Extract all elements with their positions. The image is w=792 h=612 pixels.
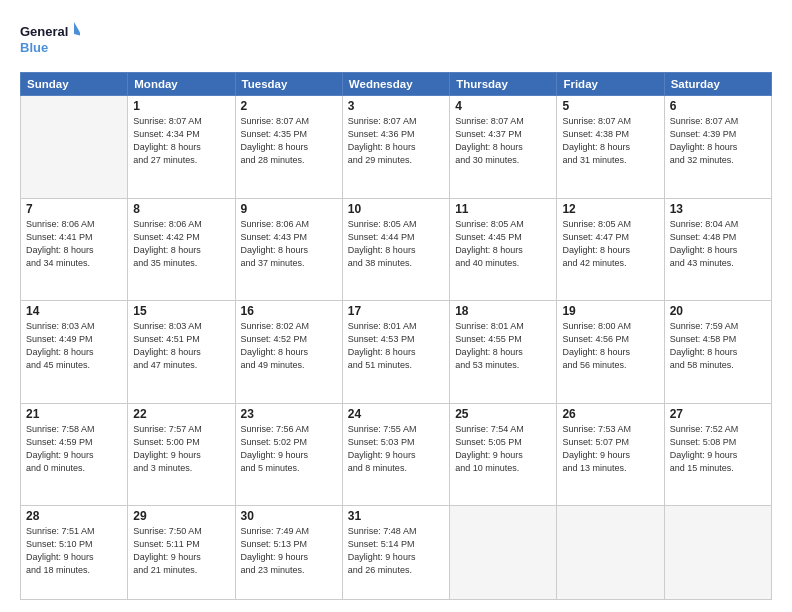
day-number: 18: [455, 304, 551, 318]
day-info: Sunrise: 8:02 AMSunset: 4:52 PMDaylight:…: [241, 320, 337, 372]
day-info: Sunrise: 8:04 AMSunset: 4:48 PMDaylight:…: [670, 218, 766, 270]
weekday-header-tuesday: Tuesday: [235, 73, 342, 96]
calendar-cell: 18Sunrise: 8:01 AMSunset: 4:55 PMDayligh…: [450, 301, 557, 404]
calendar-cell: 25Sunrise: 7:54 AMSunset: 5:05 PMDayligh…: [450, 403, 557, 506]
calendar-cell: 13Sunrise: 8:04 AMSunset: 4:48 PMDayligh…: [664, 198, 771, 301]
calendar-cell: 16Sunrise: 8:02 AMSunset: 4:52 PMDayligh…: [235, 301, 342, 404]
day-number: 24: [348, 407, 444, 421]
day-number: 21: [26, 407, 122, 421]
day-number: 14: [26, 304, 122, 318]
calendar-cell: [557, 506, 664, 600]
calendar-cell: 8Sunrise: 8:06 AMSunset: 4:42 PMDaylight…: [128, 198, 235, 301]
day-info: Sunrise: 8:07 AMSunset: 4:37 PMDaylight:…: [455, 115, 551, 167]
weekday-header-thursday: Thursday: [450, 73, 557, 96]
day-info: Sunrise: 8:07 AMSunset: 4:39 PMDaylight:…: [670, 115, 766, 167]
calendar-cell: 27Sunrise: 7:52 AMSunset: 5:08 PMDayligh…: [664, 403, 771, 506]
day-info: Sunrise: 8:03 AMSunset: 4:49 PMDaylight:…: [26, 320, 122, 372]
day-number: 13: [670, 202, 766, 216]
day-number: 5: [562, 99, 658, 113]
day-info: Sunrise: 8:05 AMSunset: 4:47 PMDaylight:…: [562, 218, 658, 270]
day-info: Sunrise: 7:54 AMSunset: 5:05 PMDaylight:…: [455, 423, 551, 475]
day-number: 28: [26, 509, 122, 523]
day-number: 4: [455, 99, 551, 113]
day-number: 12: [562, 202, 658, 216]
weekday-header-saturday: Saturday: [664, 73, 771, 96]
day-info: Sunrise: 8:01 AMSunset: 4:55 PMDaylight:…: [455, 320, 551, 372]
calendar-cell: 17Sunrise: 8:01 AMSunset: 4:53 PMDayligh…: [342, 301, 449, 404]
calendar-cell: 4Sunrise: 8:07 AMSunset: 4:37 PMDaylight…: [450, 96, 557, 199]
day-info: Sunrise: 8:07 AMSunset: 4:38 PMDaylight:…: [562, 115, 658, 167]
day-info: Sunrise: 7:51 AMSunset: 5:10 PMDaylight:…: [26, 525, 122, 577]
calendar-cell: 20Sunrise: 7:59 AMSunset: 4:58 PMDayligh…: [664, 301, 771, 404]
calendar-cell: 3Sunrise: 8:07 AMSunset: 4:36 PMDaylight…: [342, 96, 449, 199]
calendar-cell: 31Sunrise: 7:48 AMSunset: 5:14 PMDayligh…: [342, 506, 449, 600]
calendar-cell: 30Sunrise: 7:49 AMSunset: 5:13 PMDayligh…: [235, 506, 342, 600]
day-info: Sunrise: 7:49 AMSunset: 5:13 PMDaylight:…: [241, 525, 337, 577]
day-number: 23: [241, 407, 337, 421]
day-info: Sunrise: 7:58 AMSunset: 4:59 PMDaylight:…: [26, 423, 122, 475]
weekday-header-wednesday: Wednesday: [342, 73, 449, 96]
svg-text:Blue: Blue: [20, 40, 48, 55]
calendar-table: SundayMondayTuesdayWednesdayThursdayFrid…: [20, 72, 772, 600]
day-number: 20: [670, 304, 766, 318]
calendar-cell: 5Sunrise: 8:07 AMSunset: 4:38 PMDaylight…: [557, 96, 664, 199]
day-info: Sunrise: 8:05 AMSunset: 4:45 PMDaylight:…: [455, 218, 551, 270]
weekday-header-monday: Monday: [128, 73, 235, 96]
calendar-cell: 29Sunrise: 7:50 AMSunset: 5:11 PMDayligh…: [128, 506, 235, 600]
weekday-header-friday: Friday: [557, 73, 664, 96]
calendar-cell: 9Sunrise: 8:06 AMSunset: 4:43 PMDaylight…: [235, 198, 342, 301]
day-number: 15: [133, 304, 229, 318]
calendar-cell: 11Sunrise: 8:05 AMSunset: 4:45 PMDayligh…: [450, 198, 557, 301]
day-number: 10: [348, 202, 444, 216]
day-info: Sunrise: 8:01 AMSunset: 4:53 PMDaylight:…: [348, 320, 444, 372]
calendar-cell: 2Sunrise: 8:07 AMSunset: 4:35 PMDaylight…: [235, 96, 342, 199]
day-number: 30: [241, 509, 337, 523]
day-number: 9: [241, 202, 337, 216]
calendar-cell: 23Sunrise: 7:56 AMSunset: 5:02 PMDayligh…: [235, 403, 342, 506]
calendar-cell: [21, 96, 128, 199]
day-info: Sunrise: 8:05 AMSunset: 4:44 PMDaylight:…: [348, 218, 444, 270]
day-number: 3: [348, 99, 444, 113]
svg-marker-2: [74, 22, 80, 36]
day-info: Sunrise: 8:07 AMSunset: 4:34 PMDaylight:…: [133, 115, 229, 167]
calendar-cell: 24Sunrise: 7:55 AMSunset: 5:03 PMDayligh…: [342, 403, 449, 506]
day-info: Sunrise: 8:03 AMSunset: 4:51 PMDaylight:…: [133, 320, 229, 372]
day-info: Sunrise: 8:07 AMSunset: 4:36 PMDaylight:…: [348, 115, 444, 167]
calendar-cell: 14Sunrise: 8:03 AMSunset: 4:49 PMDayligh…: [21, 301, 128, 404]
day-number: 26: [562, 407, 658, 421]
calendar-cell: [664, 506, 771, 600]
svg-text:General: General: [20, 24, 68, 39]
calendar-cell: 6Sunrise: 8:07 AMSunset: 4:39 PMDaylight…: [664, 96, 771, 199]
logo: General Blue: [20, 18, 80, 62]
calendar-cell: 21Sunrise: 7:58 AMSunset: 4:59 PMDayligh…: [21, 403, 128, 506]
day-number: 22: [133, 407, 229, 421]
day-info: Sunrise: 8:06 AMSunset: 4:43 PMDaylight:…: [241, 218, 337, 270]
day-info: Sunrise: 7:48 AMSunset: 5:14 PMDaylight:…: [348, 525, 444, 577]
day-number: 19: [562, 304, 658, 318]
logo-svg: General Blue: [20, 18, 80, 62]
day-info: Sunrise: 7:59 AMSunset: 4:58 PMDaylight:…: [670, 320, 766, 372]
day-info: Sunrise: 8:06 AMSunset: 4:42 PMDaylight:…: [133, 218, 229, 270]
calendar-cell: 22Sunrise: 7:57 AMSunset: 5:00 PMDayligh…: [128, 403, 235, 506]
day-number: 16: [241, 304, 337, 318]
day-info: Sunrise: 7:50 AMSunset: 5:11 PMDaylight:…: [133, 525, 229, 577]
calendar-cell: 10Sunrise: 8:05 AMSunset: 4:44 PMDayligh…: [342, 198, 449, 301]
day-info: Sunrise: 7:57 AMSunset: 5:00 PMDaylight:…: [133, 423, 229, 475]
day-number: 6: [670, 99, 766, 113]
day-info: Sunrise: 8:06 AMSunset: 4:41 PMDaylight:…: [26, 218, 122, 270]
day-info: Sunrise: 8:00 AMSunset: 4:56 PMDaylight:…: [562, 320, 658, 372]
weekday-header-sunday: Sunday: [21, 73, 128, 96]
day-info: Sunrise: 7:53 AMSunset: 5:07 PMDaylight:…: [562, 423, 658, 475]
day-number: 29: [133, 509, 229, 523]
header: General Blue: [20, 18, 772, 62]
day-number: 1: [133, 99, 229, 113]
calendar-cell: 26Sunrise: 7:53 AMSunset: 5:07 PMDayligh…: [557, 403, 664, 506]
day-info: Sunrise: 7:52 AMSunset: 5:08 PMDaylight:…: [670, 423, 766, 475]
day-number: 31: [348, 509, 444, 523]
day-info: Sunrise: 7:55 AMSunset: 5:03 PMDaylight:…: [348, 423, 444, 475]
calendar-cell: 28Sunrise: 7:51 AMSunset: 5:10 PMDayligh…: [21, 506, 128, 600]
day-number: 11: [455, 202, 551, 216]
day-number: 7: [26, 202, 122, 216]
day-number: 17: [348, 304, 444, 318]
day-number: 25: [455, 407, 551, 421]
